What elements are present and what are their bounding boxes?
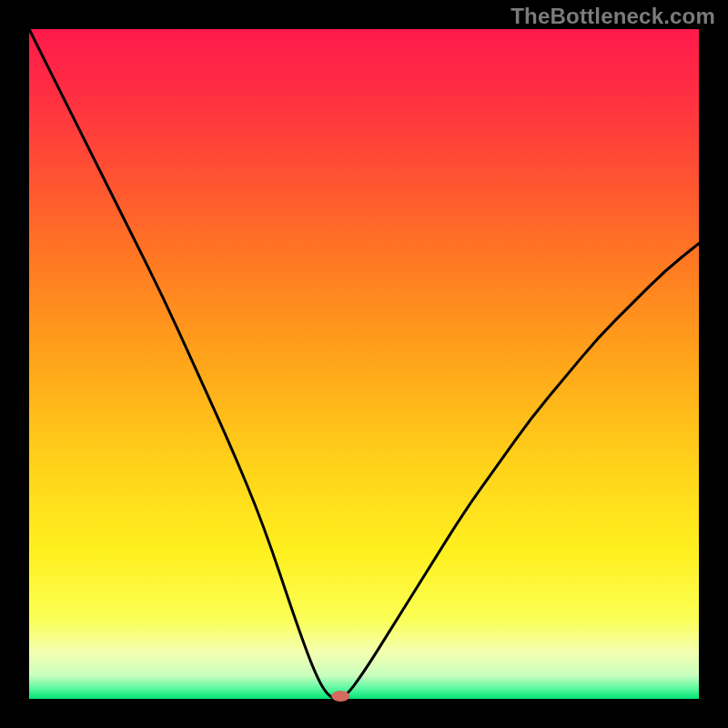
chart-frame: TheBottleneck.com <box>0 0 728 728</box>
optimum-marker <box>331 691 349 702</box>
bottleneck-chart <box>0 0 728 728</box>
gradient-background <box>29 29 699 699</box>
